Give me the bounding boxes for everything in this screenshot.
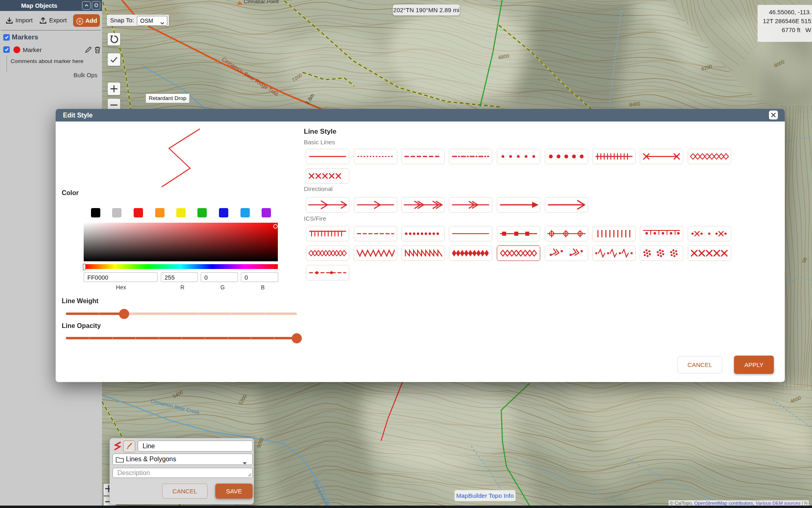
svg-text:6400: 6400 [629,101,641,108]
svg-text:Cinnabar Point: Cinnabar Point [244,0,279,4]
